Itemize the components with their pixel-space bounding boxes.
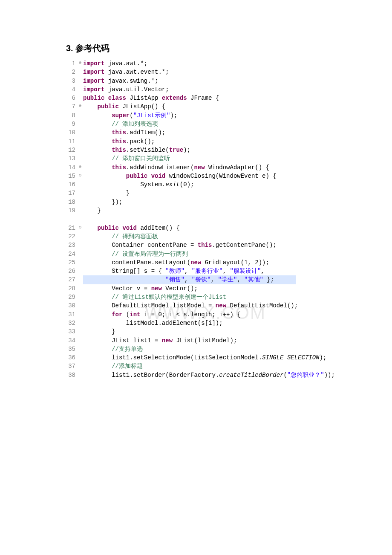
code-line: 28 Vector v = new Vector(); — [66, 284, 335, 293]
line-number: 11 — [66, 137, 77, 146]
code-source: } — [83, 189, 335, 197]
code-source: listModel.addElement(s[i]); — [83, 319, 335, 327]
code-source: public void windowClosing(WindowEvent e)… — [83, 172, 335, 180]
line-number: 12 — [66, 146, 77, 154]
code-line: 18 }); — [66, 198, 335, 206]
line-number: 8 — [66, 111, 77, 120]
fold-indicator — [77, 232, 83, 241]
line-number: 16 — [66, 180, 77, 189]
fold-indicator — [77, 310, 83, 319]
code-source: //支持单选 — [83, 345, 335, 353]
code-line: 8 super("JList示例"); — [66, 111, 335, 120]
code-line: 10 this.addItem(); — [66, 128, 335, 137]
fold-indicator — [77, 301, 83, 310]
code-line — [66, 215, 335, 223]
line-number: 17 — [66, 189, 77, 197]
code-line: 11 this.pack(); — [66, 137, 335, 146]
code-line: 2import java.awt.event.*; — [66, 68, 335, 76]
code-source: for (int i = 0; i < s.length; i++) { — [83, 310, 335, 319]
line-number: 18 — [66, 198, 77, 206]
line-number: 31 — [66, 310, 77, 319]
fold-indicator: ⊖ — [77, 163, 83, 172]
code-source: // 添加窗口关闭监听 — [83, 154, 335, 163]
fold-indicator — [77, 206, 83, 215]
code-line: 31 for (int i = 0; i < s.length; i++) { — [66, 310, 335, 319]
fold-indicator — [77, 258, 83, 267]
code-source: } — [83, 327, 335, 336]
line-number — [66, 215, 77, 223]
line-number: 10 — [66, 128, 77, 137]
code-source — [83, 215, 335, 223]
line-number: 21 — [66, 224, 77, 232]
line-number: 3 — [66, 77, 77, 85]
fold-indicator — [77, 120, 83, 128]
code-line: 23 Container contentPane = this.getConte… — [66, 241, 335, 249]
line-number: 9 — [66, 120, 77, 128]
line-number: 32 — [66, 319, 77, 327]
code-source: import java.awt.event.*; — [83, 68, 335, 76]
fold-indicator — [77, 111, 83, 120]
line-number: 15 — [66, 172, 77, 180]
section-heading: 3. 参考代码 — [66, 43, 349, 54]
fold-indicator — [77, 77, 83, 85]
line-number: 1 — [66, 59, 77, 68]
fold-indicator: ⊖ — [77, 102, 83, 111]
line-number: 28 — [66, 284, 77, 293]
code-line: 34 JList list1 = new JList(listModel); — [66, 336, 335, 345]
code-line: 36 list1.setSelectionMode(ListSelectionM… — [66, 353, 335, 362]
code-line: 29 // 通过List默认的模型来创建一个JList — [66, 293, 335, 301]
code-source: import java.awt.*; — [83, 59, 335, 68]
code-line: 33 } — [66, 327, 335, 336]
code-line: 6public class JListApp extends JFrame { — [66, 94, 335, 102]
line-number: 34 — [66, 336, 77, 345]
fold-indicator: ⊖ — [77, 224, 83, 232]
code-line: 1⊖import java.awt.*; — [66, 59, 335, 68]
fold-indicator — [77, 241, 83, 249]
fold-indicator — [77, 128, 83, 137]
line-number: 29 — [66, 293, 77, 301]
code-source: DefaultListModel listModel = new Default… — [83, 301, 335, 310]
line-number: 4 — [66, 85, 77, 94]
code-line: 21⊖ public void addItem() { — [66, 224, 335, 232]
code-line: 16 System.exit(0); — [66, 180, 335, 189]
fold-indicator — [77, 154, 83, 163]
code-source: import java.util.Vector; — [83, 85, 335, 94]
code-source: Container contentPane = this.getContentP… — [83, 241, 335, 249]
line-number: 25 — [66, 258, 77, 267]
code-source: this.pack(); — [83, 137, 335, 146]
fold-indicator — [77, 198, 83, 206]
code-source: // 设置布局管理为一行两列 — [83, 250, 335, 258]
code-line: 22 // 得到内容面板 — [66, 232, 335, 241]
fold-indicator — [77, 345, 83, 353]
code-line: 30 DefaultListModel listModel = new Defa… — [66, 301, 335, 310]
code-source: //添加标题 — [83, 362, 335, 370]
fold-indicator — [77, 371, 83, 379]
code-source: this.addItem(); — [83, 128, 335, 137]
line-number: 36 — [66, 353, 77, 362]
fold-indicator — [77, 319, 83, 327]
fold-indicator: ⊖ — [77, 59, 83, 68]
fold-indicator — [77, 362, 83, 370]
line-number: 26 — [66, 267, 77, 275]
fold-indicator — [77, 85, 83, 94]
fold-indicator — [77, 293, 83, 301]
code-source: public void addItem() { — [83, 224, 335, 232]
line-number: 22 — [66, 232, 77, 241]
code-source: String[] s = { "教师", "服务行业", "服装设计", — [83, 267, 335, 275]
code-source: this.setVisible(true); — [83, 146, 335, 154]
code-source: "销售", "餐饮", "学生", "其他" }; — [83, 275, 335, 284]
fold-indicator — [77, 267, 83, 275]
code-line: 19 } — [66, 206, 335, 215]
fold-indicator — [77, 250, 83, 258]
fold-indicator — [77, 180, 83, 189]
code-block: 1⊖import java.awt.*;2import java.awt.eve… — [66, 59, 335, 379]
code-source: public class JListApp extends JFrame { — [83, 94, 335, 102]
code-line: 17 } — [66, 189, 335, 197]
code-source: JList list1 = new JList(listModel); — [83, 336, 335, 345]
fold-indicator — [77, 68, 83, 76]
fold-indicator — [77, 336, 83, 345]
code-source: list1.setSelectionMode(ListSelectionMode… — [83, 353, 335, 362]
line-number: 30 — [66, 301, 77, 310]
fold-indicator — [77, 189, 83, 197]
fold-indicator: ⊖ — [77, 172, 83, 180]
